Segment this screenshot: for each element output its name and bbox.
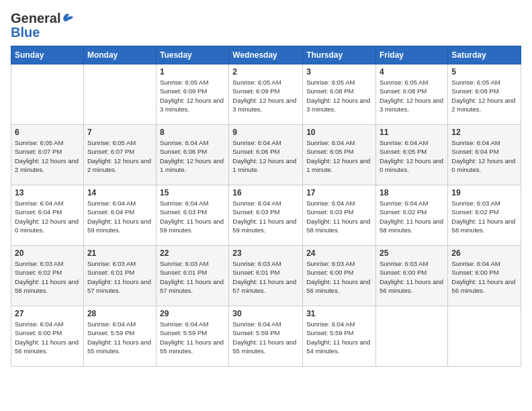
cell-week3-day0: 13Sunrise: 6:04 AM Sunset: 6:04 PM Dayli… <box>11 185 84 246</box>
cell-week1-day1 <box>83 64 156 125</box>
day-number: 14 <box>87 188 152 197</box>
day-number: 28 <box>87 309 152 318</box>
day-number: 8 <box>160 128 225 137</box>
day-info: Sunrise: 6:04 AM Sunset: 6:03 PM Dayligh… <box>306 199 372 234</box>
day-info: Sunrise: 6:05 AM Sunset: 6:08 PM Dayligh… <box>306 78 372 113</box>
cell-week5-day3: 30Sunrise: 6:04 AM Sunset: 5:59 PM Dayli… <box>229 306 303 367</box>
day-info: Sunrise: 6:03 AM Sunset: 6:02 PM Dayligh… <box>15 259 80 295</box>
cell-week3-day3: 16Sunrise: 6:04 AM Sunset: 6:03 PM Dayli… <box>229 185 303 246</box>
day-info: Sunrise: 6:04 AM Sunset: 5:59 PM Dayligh… <box>232 320 299 355</box>
weekday-header-saturday: Saturday <box>448 46 521 64</box>
day-info: Sunrise: 6:05 AM Sunset: 6:07 PM Dayligh… <box>15 138 80 174</box>
day-info: Sunrise: 6:05 AM Sunset: 6:08 PM Dayligh… <box>451 78 517 113</box>
day-info: Sunrise: 6:04 AM Sunset: 6:04 PM Dayligh… <box>15 199 80 234</box>
weekday-header-friday: Friday <box>376 46 448 64</box>
cell-week2-day0: 6Sunrise: 6:05 AM Sunset: 6:07 PM Daylig… <box>11 125 84 185</box>
cell-week4-day4: 24Sunrise: 6:03 AM Sunset: 6:00 PM Dayli… <box>303 246 376 306</box>
week-row-1: 1Sunrise: 6:05 AM Sunset: 6:09 PM Daylig… <box>11 64 521 125</box>
cell-week5-day1: 28Sunrise: 6:04 AM Sunset: 5:59 PM Dayli… <box>83 306 156 367</box>
cell-week1-day5: 4Sunrise: 6:05 AM Sunset: 6:08 PM Daylig… <box>376 64 448 125</box>
day-info: Sunrise: 6:05 AM Sunset: 6:09 PM Dayligh… <box>232 78 299 113</box>
page-header: General Blue <box>11 11 521 40</box>
weekday-header-sunday: Sunday <box>11 46 84 64</box>
cell-week1-day6: 5Sunrise: 6:05 AM Sunset: 6:08 PM Daylig… <box>448 64 521 125</box>
day-number: 1 <box>160 67 225 77</box>
day-number: 29 <box>160 309 225 318</box>
logo: General Blue <box>11 11 75 40</box>
day-info: Sunrise: 6:03 AM Sunset: 6:01 PM Dayligh… <box>87 259 152 295</box>
day-number: 31 <box>306 309 372 318</box>
day-info: Sunrise: 6:04 AM Sunset: 5:59 PM Dayligh… <box>160 320 225 355</box>
cell-week1-day0 <box>11 64 84 125</box>
logo-general: General <box>11 11 60 26</box>
bird-icon <box>62 12 75 24</box>
cell-week4-day6: 26Sunrise: 6:04 AM Sunset: 6:00 PM Dayli… <box>448 246 521 306</box>
cell-week4-day3: 23Sunrise: 6:03 AM Sunset: 6:01 PM Dayli… <box>229 246 303 306</box>
day-info: Sunrise: 6:04 AM Sunset: 6:04 PM Dayligh… <box>87 199 152 234</box>
cell-week1-day2: 1Sunrise: 6:05 AM Sunset: 6:09 PM Daylig… <box>156 64 228 125</box>
day-number: 17 <box>306 188 372 197</box>
cell-week5-day0: 27Sunrise: 6:04 AM Sunset: 6:00 PM Dayli… <box>11 306 84 367</box>
cell-week3-day1: 14Sunrise: 6:04 AM Sunset: 6:04 PM Dayli… <box>83 185 156 246</box>
day-info: Sunrise: 6:04 AM Sunset: 6:06 PM Dayligh… <box>232 138 299 174</box>
day-info: Sunrise: 6:03 AM Sunset: 6:00 PM Dayligh… <box>306 259 372 295</box>
cell-week1-day4: 3Sunrise: 6:05 AM Sunset: 6:08 PM Daylig… <box>303 64 376 125</box>
day-info: Sunrise: 6:03 AM Sunset: 6:02 PM Dayligh… <box>451 199 517 234</box>
day-number: 23 <box>232 248 299 258</box>
day-number: 3 <box>306 67 372 77</box>
day-number: 20 <box>15 248 80 258</box>
day-number: 30 <box>232 309 299 318</box>
weekday-header-wednesday: Wednesday <box>229 46 303 64</box>
cell-week5-day2: 29Sunrise: 6:04 AM Sunset: 5:59 PM Dayli… <box>156 306 228 367</box>
week-row-2: 6Sunrise: 6:05 AM Sunset: 6:07 PM Daylig… <box>11 125 521 185</box>
day-number: 11 <box>380 128 444 137</box>
logo-blue: Blue <box>11 25 75 40</box>
day-number: 21 <box>87 248 152 258</box>
day-info: Sunrise: 6:05 AM Sunset: 6:09 PM Dayligh… <box>160 78 225 113</box>
day-number: 22 <box>160 248 225 258</box>
day-number: 12 <box>451 128 517 137</box>
cell-week2-day1: 7Sunrise: 6:05 AM Sunset: 6:07 PM Daylig… <box>83 125 156 185</box>
day-number: 19 <box>451 188 517 197</box>
day-info: Sunrise: 6:04 AM Sunset: 6:00 PM Dayligh… <box>15 320 80 355</box>
day-info: Sunrise: 6:04 AM Sunset: 6:02 PM Dayligh… <box>380 199 444 234</box>
weekday-header-monday: Monday <box>83 46 156 64</box>
day-info: Sunrise: 6:04 AM Sunset: 6:05 PM Dayligh… <box>380 138 444 174</box>
day-info: Sunrise: 6:03 AM Sunset: 6:01 PM Dayligh… <box>232 259 299 295</box>
day-number: 6 <box>15 128 80 137</box>
day-number: 16 <box>232 188 299 197</box>
day-number: 10 <box>306 128 372 137</box>
week-row-3: 13Sunrise: 6:04 AM Sunset: 6:04 PM Dayli… <box>11 185 521 246</box>
cell-week4-day2: 22Sunrise: 6:03 AM Sunset: 6:01 PM Dayli… <box>156 246 228 306</box>
cell-week3-day4: 17Sunrise: 6:04 AM Sunset: 6:03 PM Dayli… <box>303 185 376 246</box>
week-row-4: 20Sunrise: 6:03 AM Sunset: 6:02 PM Dayli… <box>11 246 521 306</box>
cell-week1-day3: 2Sunrise: 6:05 AM Sunset: 6:09 PM Daylig… <box>229 64 303 125</box>
week-row-5: 27Sunrise: 6:04 AM Sunset: 6:00 PM Dayli… <box>11 306 521 367</box>
cell-week3-day5: 18Sunrise: 6:04 AM Sunset: 6:02 PM Dayli… <box>376 185 448 246</box>
day-number: 25 <box>380 248 444 258</box>
day-number: 5 <box>451 67 517 77</box>
day-info: Sunrise: 6:05 AM Sunset: 6:07 PM Dayligh… <box>87 138 152 174</box>
day-info: Sunrise: 6:04 AM Sunset: 6:06 PM Dayligh… <box>160 138 225 174</box>
weekday-header-row: SundayMondayTuesdayWednesdayThursdayFrid… <box>11 46 521 64</box>
cell-week2-day6: 12Sunrise: 6:04 AM Sunset: 6:04 PM Dayli… <box>448 125 521 185</box>
day-number: 24 <box>306 248 372 258</box>
cell-week2-day5: 11Sunrise: 6:04 AM Sunset: 6:05 PM Dayli… <box>376 125 448 185</box>
cell-week4-day0: 20Sunrise: 6:03 AM Sunset: 6:02 PM Dayli… <box>11 246 84 306</box>
cell-week2-day4: 10Sunrise: 6:04 AM Sunset: 6:05 PM Dayli… <box>303 125 376 185</box>
day-info: Sunrise: 6:04 AM Sunset: 6:05 PM Dayligh… <box>306 138 372 174</box>
cell-week2-day3: 9Sunrise: 6:04 AM Sunset: 6:06 PM Daylig… <box>229 125 303 185</box>
cell-week5-day5 <box>376 306 448 367</box>
day-number: 4 <box>380 67 444 77</box>
cell-week4-day1: 21Sunrise: 6:03 AM Sunset: 6:01 PM Dayli… <box>83 246 156 306</box>
weekday-header-thursday: Thursday <box>303 46 376 64</box>
cell-week2-day2: 8Sunrise: 6:04 AM Sunset: 6:06 PM Daylig… <box>156 125 228 185</box>
day-info: Sunrise: 6:04 AM Sunset: 6:03 PM Dayligh… <box>160 199 225 234</box>
day-number: 7 <box>87 128 152 137</box>
day-number: 15 <box>160 188 225 197</box>
cell-week3-day2: 15Sunrise: 6:04 AM Sunset: 6:03 PM Dayli… <box>156 185 228 246</box>
day-number: 13 <box>15 188 80 197</box>
day-number: 9 <box>232 128 299 137</box>
day-info: Sunrise: 6:04 AM Sunset: 5:59 PM Dayligh… <box>87 320 152 355</box>
day-info: Sunrise: 6:03 AM Sunset: 6:00 PM Dayligh… <box>380 259 444 295</box>
